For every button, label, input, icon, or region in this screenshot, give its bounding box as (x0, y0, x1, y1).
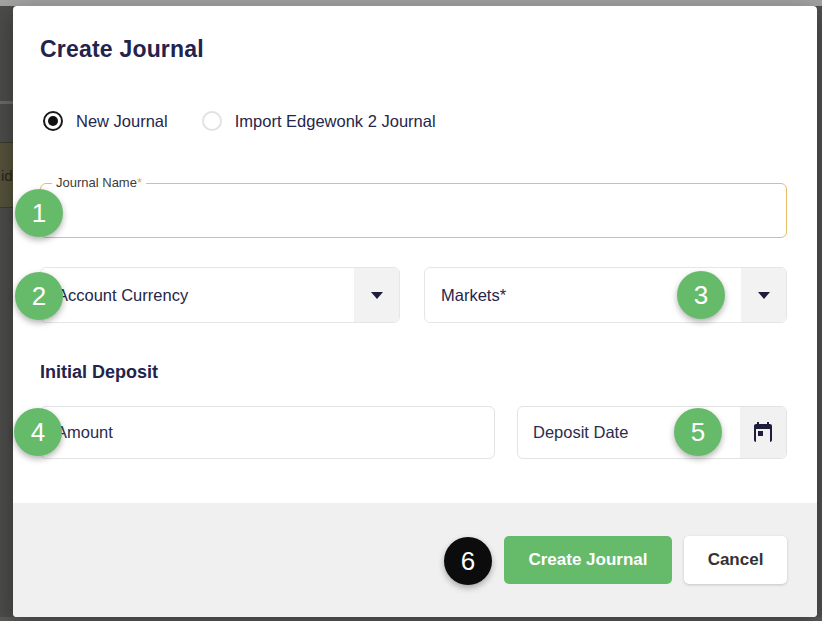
dialog-footer: Create Journal Cancel (13, 503, 817, 617)
radio-new-journal-label: New Journal (76, 112, 168, 131)
annotation-step-1: 1 (15, 189, 63, 237)
radio-import-edgewonk2[interactable]: Import Edgewonk 2 Journal (202, 111, 436, 131)
radio-new-journal[interactable]: New Journal (43, 111, 168, 131)
radio-unselected-icon[interactable] (202, 111, 222, 131)
journal-name-label: Journal Name* (52, 175, 146, 190)
account-currency-select[interactable]: Account Currency (40, 267, 400, 323)
annotation-step-4: 4 (14, 408, 62, 456)
journal-name-field: Journal Name* (40, 183, 787, 238)
account-currency-arrow-button[interactable] (354, 268, 399, 322)
radio-import-label: Import Edgewonk 2 Journal (235, 112, 436, 131)
backdrop-page-divider (0, 101, 13, 104)
markets-arrow-button[interactable] (741, 268, 786, 322)
backdrop-page-row: id (0, 142, 13, 208)
create-journal-button[interactable]: Create Journal (504, 536, 672, 584)
backdrop-overlay-left (0, 6, 13, 617)
annotation-step-6: 6 (444, 537, 492, 585)
annotation-step-3: 3 (677, 271, 725, 319)
required-asterisk: * (137, 175, 142, 190)
backdrop-partial-text: id (1, 167, 13, 184)
journal-type-radio-group: New Journal Import Edgewonk 2 Journal (43, 111, 436, 131)
annotation-step-2: 2 (15, 272, 63, 320)
amount-field (40, 406, 495, 459)
amount-input[interactable] (41, 407, 494, 458)
deposit-date-field (517, 406, 787, 459)
chevron-down-icon (371, 292, 383, 299)
journal-name-input[interactable] (41, 184, 786, 237)
dialog-title: Create Journal (40, 36, 204, 63)
calendar-icon (751, 421, 775, 445)
chevron-down-icon (758, 292, 770, 299)
radio-selected-icon[interactable] (43, 111, 63, 131)
annotation-step-5: 5 (674, 408, 722, 456)
account-currency-placeholder: Account Currency (41, 268, 354, 322)
backdrop-overlay-bottom (0, 617, 822, 621)
initial-deposit-heading: Initial Deposit (40, 362, 158, 383)
cancel-button[interactable]: Cancel (684, 536, 787, 584)
open-datepicker-button[interactable] (740, 407, 786, 458)
markets-select[interactable]: Markets* (424, 267, 787, 323)
